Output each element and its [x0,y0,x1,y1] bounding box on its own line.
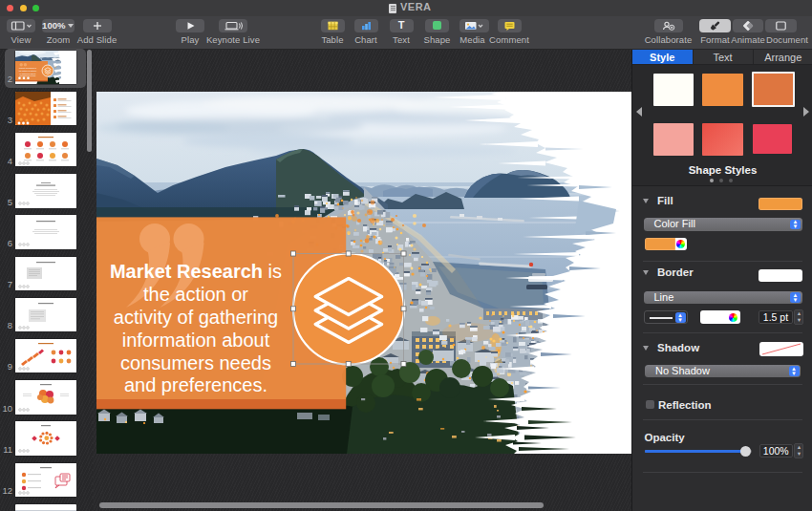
svg-text:the action or: the action or [142,284,247,305]
svg-text:and preferences.: and preferences. [123,374,267,395]
svg-text:consumers needs: consumers needs [120,352,271,373]
svg-text:consumers needs: consumers needs [20,75,35,76]
svg-text:Market Research is: Market Research is [109,261,281,282]
svg-text:information about: information about [121,330,269,351]
svg-text:activity of gathering: activity of gathering [113,307,277,328]
